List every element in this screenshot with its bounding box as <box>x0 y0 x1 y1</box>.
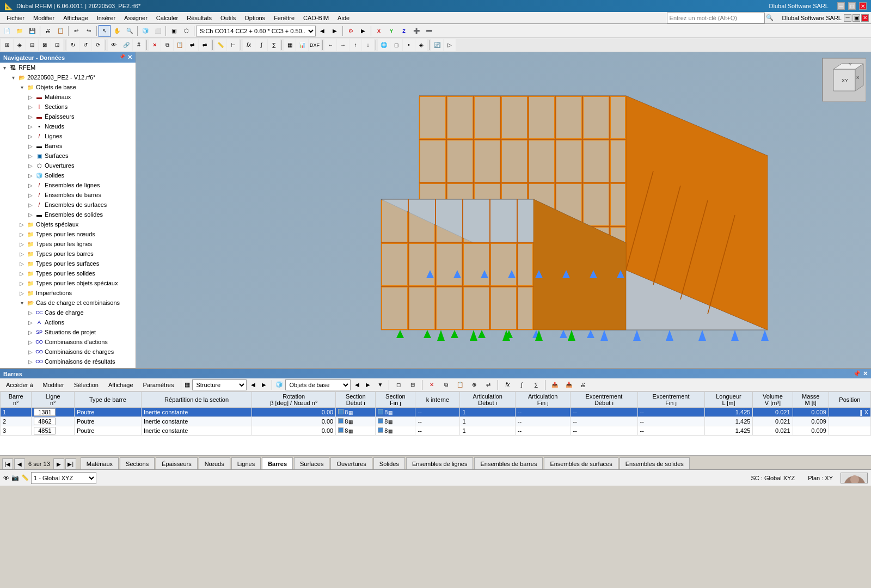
deselect-btn[interactable]: ⊟ <box>407 379 419 391</box>
tree-noeuds[interactable]: ▷ • Nœuds <box>0 121 136 131</box>
t2-rot3[interactable]: ⟳ <box>92 39 104 51</box>
nav-close-icon[interactable]: ✕ <box>127 54 132 61</box>
tree-types-speciaux[interactable]: ▷ 📁 Types pour les objets spéciaux <box>0 278 136 288</box>
t2-meas[interactable]: 📏 <box>214 39 226 51</box>
menu-modifier[interactable]: Modifier <box>29 14 59 22</box>
tree-solides[interactable]: ▷ 🧊 Solides <box>0 170 136 180</box>
next-combo-btn[interactable]: ▶ <box>329 25 341 37</box>
t2-chart[interactable]: 📊 <box>296 39 308 51</box>
tab-épaisseurs[interactable]: Épaisseurs <box>156 457 197 469</box>
t2-sel[interactable]: ◻ <box>390 39 402 51</box>
t2-dim[interactable]: ⊢ <box>227 39 239 51</box>
tab-sections[interactable]: Sections <box>120 457 155 469</box>
structure-combo[interactable]: Structure <box>192 379 247 390</box>
zoom-btn[interactable]: 🔍 <box>124 25 136 37</box>
viewport-3d[interactable]: XY X Y <box>136 52 871 368</box>
menu-inserer[interactable]: Insérer <box>93 14 120 22</box>
move-row-btn[interactable]: ⇄ <box>482 379 494 391</box>
open-btn[interactable]: 📁 <box>14 25 26 37</box>
tree-lignes[interactable]: ▷ / Lignes <box>0 131 136 141</box>
save-btn[interactable]: 💾 <box>26 25 38 37</box>
pin-icon[interactable]: 📌 <box>119 54 125 61</box>
tree-params-analyse[interactable]: ▷ ⚙ Paramètres pour l'analyse statique <box>0 366 136 368</box>
tab-surfaces[interactable]: Surfaces <box>294 457 329 469</box>
menu-affichage[interactable]: Affichage <box>59 14 93 22</box>
tree-ens-barres[interactable]: ▷ / Ensembles de barres <box>0 190 136 200</box>
tree-objets-speciaux[interactable]: ▷ 📁 Objets spéciaux <box>0 219 136 229</box>
t2-arrow4[interactable]: ↓ <box>362 39 374 51</box>
t2-view1[interactable]: 👁 <box>108 39 120 51</box>
tree-comb-charges[interactable]: ▷ CO Combinaisons de charges <box>0 347 136 357</box>
t2-copy[interactable]: ⧉ <box>161 39 173 51</box>
filter-btn[interactable]: ▼ <box>375 380 385 390</box>
3d-btn[interactable]: 🧊 <box>139 25 151 37</box>
delete-row-btn[interactable]: ✕ <box>426 379 438 391</box>
t2-arrow1[interactable]: ← <box>324 39 336 51</box>
maximize-button[interactable]: □ <box>848 2 856 10</box>
modifier-btn[interactable]: Modifier <box>39 381 68 389</box>
obj-prev[interactable]: ◀ <box>353 380 361 390</box>
tab-solides[interactable]: Solides <box>373 457 405 469</box>
t2-arrow2[interactable]: → <box>337 39 349 51</box>
print-table-btn[interactable]: 🖨 <box>577 379 589 391</box>
tree-imperfections[interactable]: ▷ 📁 Imperfections <box>0 288 136 298</box>
bottom-panel-close[interactable]: ✕ <box>863 370 868 377</box>
t2-param2[interactable]: ∑ <box>268 39 280 51</box>
menu-aide[interactable]: Aide <box>333 14 354 22</box>
win-minimize-inner[interactable]: ─ <box>844 14 851 22</box>
t2-btn4[interactable]: ⊠ <box>39 39 51 51</box>
axis-z[interactable]: Z <box>398 25 410 37</box>
parametres-btn[interactable]: Paramètres <box>139 381 178 389</box>
tree-comb-resultats[interactable]: ▷ CO Combinaisons de résultats <box>0 357 136 366</box>
t2-grid[interactable]: # <box>133 39 145 51</box>
struct-next[interactable]: ▶ <box>260 380 268 390</box>
t2-rot1[interactable]: ↻ <box>67 39 79 51</box>
bottom-panel-pin[interactable]: 📌 <box>853 370 861 377</box>
menu-options[interactable]: Options <box>240 14 269 22</box>
tree-ens-solides[interactable]: ▷ ▬ Ensembles de solides <box>0 210 136 219</box>
axis-y[interactable]: Y <box>385 25 397 37</box>
menu-cao-bim[interactable]: CAO-BIM <box>299 14 333 22</box>
t2-3d2[interactable]: ◈ <box>415 39 427 51</box>
menu-outils[interactable]: Outils <box>216 14 240 22</box>
fx-btn[interactable]: fx <box>501 379 513 391</box>
t2-table[interactable]: ▦ <box>284 39 296 51</box>
tree-surfaces[interactable]: ▷ ▣ Surfaces <box>0 151 136 161</box>
minus-btn[interactable]: ➖ <box>423 25 435 37</box>
redo-btn[interactable]: ↪ <box>83 25 95 37</box>
tab-matériaux[interactable]: Matériaux <box>81 457 119 469</box>
tab-ouvertures[interactable]: Ouvertures <box>330 457 372 469</box>
tree-comb-actions[interactable]: ▷ CO Combinaisons d'actions <box>0 337 136 347</box>
t2-persp[interactable]: ▷ <box>444 39 456 51</box>
obj-next[interactable]: ▶ <box>364 380 372 390</box>
t2-btn3[interactable]: ⊟ <box>26 39 38 51</box>
select-all-btn[interactable]: ◻ <box>392 379 404 391</box>
tree-cas-charge[interactable]: ▷ CC Cas de charge <box>0 308 136 317</box>
calc-btn[interactable]: ⚙ <box>345 25 357 37</box>
search-input[interactable] <box>667 13 765 23</box>
calc2-btn[interactable]: ▶ <box>357 25 369 37</box>
selection-btn[interactable]: Sélection <box>70 381 102 389</box>
tree-types-lignes[interactable]: ▷ 📁 Types pour les lignes <box>0 239 136 249</box>
tab-lignes[interactable]: Lignes <box>231 457 261 469</box>
insert-row-btn[interactable]: ⊕ <box>468 379 480 391</box>
tree-materiaux[interactable]: ▷ ▬ Matériaux <box>0 92 136 102</box>
table-row[interactable]: 3PoutreInertie constante0.008▦8▦--1-----… <box>1 426 871 436</box>
prev-page-btn[interactable]: ◀ <box>14 458 25 469</box>
menu-resultats[interactable]: Résultats <box>182 14 216 22</box>
menu-fenetre[interactable]: Fenêtre <box>269 14 299 22</box>
t2-snap1[interactable]: 🔗 <box>120 39 132 51</box>
minimize-button[interactable]: ─ <box>837 2 845 10</box>
tab-nœuds[interactable]: Nœuds <box>199 457 230 469</box>
t2-rot2[interactable]: ↺ <box>79 39 91 51</box>
last-page-btn[interactable]: ▶| <box>65 458 76 469</box>
win-close-inner[interactable]: ✕ <box>861 14 869 22</box>
sigma-btn[interactable]: ∑ <box>530 379 542 391</box>
display-combo[interactable]: S:Ch CO114 CC2 + 0.60 * CC3 + 0.50... <box>196 26 316 36</box>
objects-combo[interactable]: Objets de base <box>285 379 351 390</box>
t2-node[interactable]: • <box>403 39 415 51</box>
t2-dxf[interactable]: DXF <box>309 39 321 51</box>
tree-rfem[interactable]: ▾ 🏗 RFEM <box>0 63 136 72</box>
t2-move[interactable]: ⇄ <box>186 39 198 51</box>
struct-prev[interactable]: ◀ <box>249 380 257 390</box>
